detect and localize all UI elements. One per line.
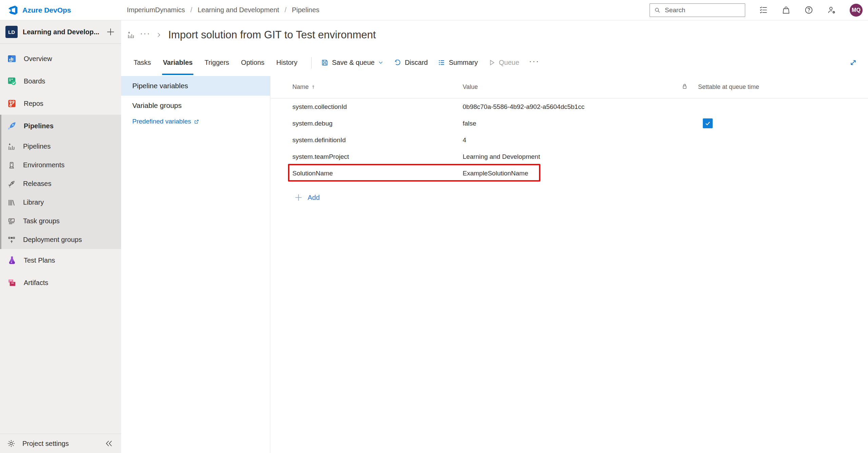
plus-icon — [294, 193, 303, 202]
project-name[interactable]: Learning and Develop... — [23, 28, 100, 36]
sidebar-section-pipelines: Pipelines Pipelines — [0, 115, 121, 249]
variable-value-cell[interactable]: false — [463, 120, 681, 127]
summary-button[interactable]: Summary — [438, 59, 478, 67]
summary-label: Summary — [449, 59, 478, 67]
pane-item-pipeline-variables[interactable]: Pipeline variables — [121, 76, 270, 96]
column-header-label: Value — [463, 83, 478, 90]
breadcrumb-section[interactable]: Pipelines — [292, 6, 319, 14]
toolbar-more-button[interactable]: ··· — [529, 57, 540, 69]
sidebar-subitem-deployment-groups[interactable]: Deployment groups — [0, 230, 121, 249]
gear-icon — [7, 439, 16, 448]
sidebar-item-overview[interactable]: Overview — [0, 48, 121, 70]
library-icon — [7, 199, 16, 207]
sidebar-item-repos[interactable]: Repos — [0, 92, 121, 115]
search-icon — [654, 7, 661, 14]
tab-variables[interactable]: Variables — [162, 49, 193, 76]
project-settings-button[interactable]: Project settings — [0, 434, 121, 453]
variable-name-cell[interactable]: system.collectionId — [292, 103, 463, 111]
variable-value-cell[interactable]: ExampleSolutionName — [463, 170, 681, 177]
queue-play-icon — [488, 59, 496, 67]
sidebar-item-label: Artifacts — [24, 279, 48, 287]
variable-row[interactable]: system.debug false — [270, 115, 868, 132]
variable-name-cell[interactable]: system.debug — [292, 120, 463, 127]
settable-checkbox[interactable] — [703, 118, 713, 128]
sidebar-subitem-environments[interactable]: Environments — [0, 156, 121, 174]
project-avatar[interactable]: LD — [5, 26, 18, 38]
sidebar-subitem-pipelines[interactable]: Pipelines — [0, 137, 121, 156]
task-list-icon[interactable] — [759, 5, 768, 15]
sidebar-subitem-library[interactable]: Library — [0, 193, 121, 212]
chevron-right-icon — [156, 32, 162, 38]
pane-item-label: Variable groups — [132, 101, 182, 110]
avatar[interactable]: MQ — [850, 4, 863, 17]
breadcrumb-organization[interactable]: ImperiumDynamics — [127, 6, 185, 14]
search-box[interactable] — [650, 3, 745, 17]
sort-asc-icon — [311, 84, 316, 90]
breadcrumb-project[interactable]: Learning and Development — [198, 6, 279, 14]
column-header-label: Settable at queue time — [698, 83, 759, 90]
column-header-settable: Settable at queue time — [698, 83, 868, 91]
pane-item-variable-groups[interactable]: Variable groups — [121, 96, 270, 115]
chevron-down-icon[interactable] — [378, 60, 384, 65]
column-header-name[interactable]: Name — [292, 83, 463, 91]
variable-value-cell[interactable]: Learning and Development — [463, 153, 681, 161]
save-and-queue-button[interactable]: Save & queue — [321, 59, 384, 67]
deployment-groups-icon — [7, 236, 16, 244]
lock-icon — [681, 83, 688, 90]
variable-value-cell[interactable]: 0b98c70a-5586-4b92-a902-a5604dc5b1cc — [463, 103, 681, 111]
collapse-sidebar-icon[interactable] — [105, 439, 113, 448]
variable-value-cell[interactable]: 4 — [463, 136, 681, 144]
new-project-plus-icon[interactable] — [105, 27, 116, 37]
predefined-variables-label: Predefined variables — [132, 118, 191, 125]
sidebar-item-test-plans[interactable]: Test Plans — [0, 249, 121, 271]
help-icon[interactable] — [804, 5, 813, 15]
boards-icon — [7, 76, 17, 86]
variable-name-cell[interactable]: system.teamProject — [292, 153, 463, 161]
sidebar-subitem-releases[interactable]: Releases — [0, 174, 121, 193]
variable-row-highlighted[interactable]: SolutionName ExampleSolutionName — [270, 165, 868, 182]
tab-options[interactable]: Options — [240, 49, 265, 76]
add-variable-button[interactable]: Add — [270, 193, 868, 202]
sidebar-item-label: Pipelines — [24, 122, 54, 130]
variable-name-cell[interactable]: SolutionName — [292, 170, 463, 177]
tab-history[interactable]: History — [276, 49, 298, 76]
predefined-variables-link[interactable]: Predefined variables — [121, 118, 270, 125]
top-bar: Azure DevOps ImperiumDynamics / Learning… — [0, 0, 868, 20]
pipeline-icon — [127, 31, 135, 39]
azure-devops-home-link[interactable]: Azure DevOps — [0, 5, 121, 16]
discard-label: Discard — [405, 59, 428, 67]
sidebar-item-boards[interactable]: Boards — [0, 70, 121, 92]
variables-table: Name Value — [270, 76, 868, 453]
sidebar-item-pipelines[interactable]: Pipelines — [0, 115, 121, 137]
undo-icon — [393, 59, 401, 67]
variable-row[interactable]: system.definitionId 4 — [270, 132, 868, 148]
expand-icon[interactable] — [849, 58, 858, 67]
tab-label: Options — [241, 59, 265, 67]
summary-icon — [438, 59, 445, 67]
variable-row[interactable]: system.teamProject Learning and Developm… — [270, 148, 868, 165]
tab-label: Tasks — [134, 59, 151, 67]
external-link-icon — [194, 119, 199, 125]
discard-button[interactable]: Discard — [393, 59, 428, 67]
column-header-value: Value — [463, 83, 681, 91]
toolbar-divider — [311, 57, 312, 69]
sidebar-item-artifacts[interactable]: Artifacts — [0, 271, 121, 294]
user-settings-icon[interactable] — [827, 5, 836, 15]
sidebar-subitem-task-groups[interactable]: Task groups — [0, 212, 121, 230]
variable-row[interactable]: system.collectionId 0b98c70a-5586-4b92-a… — [270, 98, 868, 115]
sidebar-item-label: Boards — [24, 77, 45, 85]
queue-label: Queue — [499, 59, 519, 67]
title-more-button[interactable]: ··· — [140, 30, 151, 40]
brand-name: Azure DevOps — [22, 6, 71, 14]
main-content: ··· Import solution from GIT to Test env… — [121, 20, 868, 453]
tab-triggers[interactable]: Triggers — [204, 49, 230, 76]
sidebar-item-label: Overview — [24, 55, 52, 63]
pipelines-builds-icon — [7, 143, 16, 151]
marketplace-bag-icon[interactable] — [782, 5, 791, 15]
save-icon — [321, 59, 329, 67]
tab-tasks[interactable]: Tasks — [133, 49, 152, 76]
variable-name-cell[interactable]: system.definitionId — [292, 136, 463, 144]
search-input[interactable] — [665, 6, 741, 14]
table-header-row: Name Value — [270, 76, 868, 98]
column-header-lock — [681, 83, 698, 92]
